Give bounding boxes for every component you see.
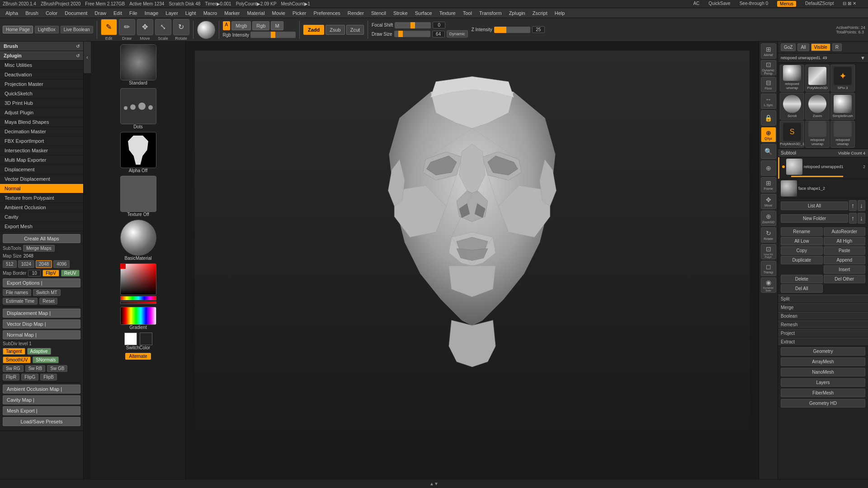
move-btn[interactable]: ✥: [137, 19, 153, 35]
menu-draw[interactable]: Draw: [91, 9, 110, 17]
sw-rb-btn[interactable]: Sw RB: [25, 365, 46, 372]
duplicate-btn[interactable]: Duplicate: [781, 256, 823, 264]
dynamic-btn[interactable]: Dynamic: [447, 30, 468, 38]
nav-deactivation[interactable]: Deactivation: [0, 70, 83, 80]
nav-intersection-masker[interactable]: Intersection Masker: [0, 146, 83, 155]
nav-misc-utilities[interactable]: Misc Utilities: [0, 61, 83, 70]
load-save-presets-btn[interactable]: Load/Save Presets: [3, 417, 80, 426]
menu-texture[interactable]: Texture: [436, 9, 459, 17]
v-btn-transp[interactable]: ◻ Transp: [761, 261, 776, 276]
tool-retopoed3[interactable]: retopoed unwrap: [830, 121, 855, 148]
paste-btn[interactable]: Paste: [824, 246, 866, 255]
all-high-btn[interactable]: All High: [824, 237, 866, 245]
visible-btn[interactable]: Visible: [811, 43, 830, 51]
tool-polymesh3d[interactable]: PolyMesh3D: [805, 65, 830, 92]
extract-section[interactable]: Extract: [778, 338, 868, 346]
hue-slider[interactable]: [120, 296, 156, 300]
sw-rg-btn[interactable]: Sw RG: [3, 365, 24, 372]
reuv-btn[interactable]: ReUV: [61, 270, 80, 277]
draw-btn[interactable]: ✏: [119, 19, 135, 35]
boolean-section[interactable]: Boolean: [778, 312, 868, 320]
project-section[interactable]: Project: [778, 329, 868, 338]
remesh-section[interactable]: Remesh: [778, 320, 868, 329]
copy-btn[interactable]: Copy: [781, 246, 823, 255]
split-section[interactable]: Split: [778, 295, 868, 303]
tool-zoom[interactable]: Zoom: [805, 93, 830, 120]
subtool-item-0[interactable]: retopoed unwrapped1 2: [778, 157, 868, 179]
v-btn-frame[interactable]: ⊞ Frame: [761, 177, 776, 192]
ao-map-btn[interactable]: Ambient Occlusion Map |: [3, 385, 80, 394]
zadd-btn[interactable]: Zadd: [303, 25, 324, 35]
page-nav-left[interactable]: ‹: [84, 42, 91, 73]
smoothuv-btn[interactable]: SmoothUV: [3, 357, 31, 363]
menu-tool[interactable]: Tool: [459, 9, 476, 17]
tool-expand-icon[interactable]: ▼: [860, 55, 865, 61]
geometry-hd-btn[interactable]: Geometry HD: [781, 399, 865, 408]
material-sphere[interactable]: [120, 220, 156, 256]
menu-marker[interactable]: Marker: [221, 9, 243, 17]
menu-macro[interactable]: Macro: [200, 9, 221, 17]
nav-maya-blend[interactable]: Maya Blend Shapes: [0, 117, 83, 127]
a-indicator[interactable]: A: [223, 21, 231, 30]
menu-movie[interactable]: Movie: [269, 9, 289, 17]
merge-maps-btn[interactable]: Merge Maps: [23, 245, 55, 252]
export-options-btn[interactable]: Export Options |: [3, 278, 80, 287]
ac-btn[interactable]: AC: [693, 1, 699, 7]
color-sphere[interactable]: [197, 21, 215, 39]
tool-spix[interactable]: ✦ SPix 3: [830, 65, 855, 92]
menu-help[interactable]: Help: [551, 9, 569, 17]
goz-btn[interactable]: GoZ: [781, 43, 796, 51]
size-1024[interactable]: 1024: [18, 260, 34, 268]
menu-file[interactable]: File: [126, 9, 141, 17]
folder-arrow-down[interactable]: ↓: [858, 213, 865, 224]
rename-btn[interactable]: Rename: [781, 227, 823, 236]
dots-preview[interactable]: [120, 88, 156, 124]
menu-transform[interactable]: Transform: [476, 9, 505, 17]
v-btn-lock[interactable]: 🔒: [761, 110, 776, 126]
v-btn-dynamic-persp[interactable]: ⊡ Dynamic Persp: [761, 60, 776, 75]
switch-color-white[interactable]: [124, 333, 137, 345]
del-all-btn[interactable]: Del All: [781, 284, 823, 293]
v-btn-move[interactable]: ✥ Move: [761, 194, 776, 209]
nav-quicksketch[interactable]: QuickSketch: [0, 89, 83, 99]
displacement-map-btn[interactable]: Displacement Map |: [3, 309, 80, 318]
sw-gb-btn[interactable]: Sw GB: [47, 365, 67, 372]
window-controls[interactable]: ⊟ ⊠ ✕: [843, 1, 856, 7]
v-btn-zoom2[interactable]: ⊕: [761, 160, 776, 176]
gradient-strip[interactable]: [120, 307, 156, 325]
nav-multi-map-exporter[interactable]: Multi Map Exporter: [0, 155, 83, 165]
normal-map-btn[interactable]: Normal Map |: [3, 330, 80, 339]
mesh-export-btn[interactable]: Mesh Export |: [3, 406, 80, 415]
r-btn[interactable]: R: [832, 43, 842, 51]
create-all-maps-btn[interactable]: Create All Maps: [3, 234, 80, 243]
menu-stroke[interactable]: Stroke: [390, 9, 411, 17]
v-btn-floor[interactable]: ⊟ Floor: [761, 77, 776, 92]
estimate-time-btn[interactable]: Estimate Time: [3, 298, 38, 305]
z-intensity-slider[interactable]: [494, 27, 530, 33]
nav-displacement[interactable]: Displacement: [0, 165, 83, 174]
alpha-slider[interactable]: [120, 301, 156, 304]
size-2048[interactable]: 2048: [36, 260, 52, 268]
menu-light[interactable]: Light: [182, 9, 200, 17]
nav-3d-print-hub[interactable]: 3D Print Hub: [0, 99, 83, 108]
v-btn-dynamic[interactable]: ◉ Dynamic Solo: [761, 277, 776, 293]
menus-btn[interactable]: Menus: [777, 1, 796, 7]
brush-title-icon[interactable]: ↺: [76, 44, 80, 49]
size-512[interactable]: 512: [3, 260, 17, 268]
rotate-btn[interactable]: ↻: [173, 19, 189, 35]
menu-zplugin[interactable]: Zplugin: [505, 9, 529, 17]
flip-g-btn[interactable]: FlipG: [21, 374, 38, 380]
list-arrow-up[interactable]: ↑: [849, 200, 857, 211]
see-through[interactable]: See-through 0: [740, 1, 768, 7]
zcut-btn[interactable]: Zcut: [346, 25, 364, 35]
list-arrow-down[interactable]: ↓: [858, 200, 865, 211]
rgb-btn[interactable]: Rgb: [252, 21, 269, 30]
v-btn-rotate[interactable]: ↻ Rotate: [761, 227, 776, 243]
tool-scroll[interactable]: Scroll: [780, 93, 804, 120]
all-btn[interactable]: All: [797, 43, 809, 51]
auto-reorder-btn[interactable]: AutoReorder: [824, 227, 866, 236]
size-4096[interactable]: 4096: [53, 260, 70, 268]
tangent-btn[interactable]: Tangent: [3, 348, 25, 355]
flip-b-btn[interactable]: FlipB: [40, 374, 57, 380]
menu-document[interactable]: Document: [61, 9, 91, 17]
